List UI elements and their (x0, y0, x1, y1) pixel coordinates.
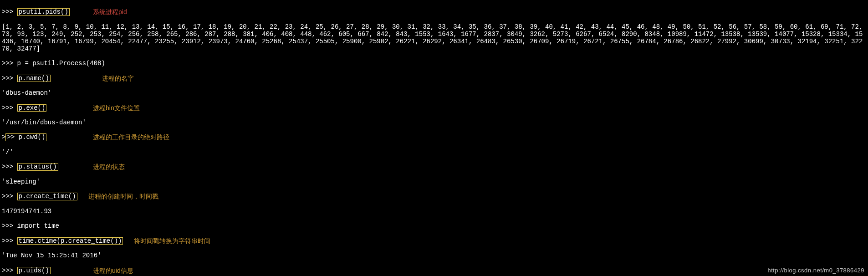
cmd-psutil-pids: psutil.pids() (17, 8, 70, 16)
prompt: >>> (2, 193, 17, 200)
prompt: > (2, 133, 5, 141)
annotation-createtime: 进程的创建时间，时间戳 (88, 193, 158, 200)
line-name-cmd: >>> p.name()进程的名字 (2, 75, 866, 82)
prompt: >>> (2, 75, 17, 82)
watermark-url: http://blog.csdn.net/m0_37886429 (767, 267, 864, 274)
output-pids-list: [1, 2, 3, 5, 7, 8, 9, 10, 11, 12, 13, 14… (2, 23, 866, 52)
line-process-assign: >>> p = psutil.Process(408) (2, 60, 866, 67)
line-uids-cmd: >>> p.uids()进程的uid信息 (2, 267, 866, 275)
line-exe-cmd: >>> p.exe()进程bin文件位置 (2, 104, 866, 112)
output-createtime: 1479194741.93 (2, 208, 866, 215)
annotation-exe: 进程bin文件位置 (93, 104, 140, 112)
line-createtime-cmd: >>> p.create_time()进程的创建时间，时间戳 (2, 193, 866, 200)
line-pids-cmd: >>> psutil.pids()系统进程pid (2, 8, 866, 16)
output-status: 'sleeping' (2, 178, 866, 185)
prompt: >>> (2, 267, 17, 274)
annotation-name: 进程的名字 (102, 75, 134, 82)
terminal-output: >>> psutil.pids()系统进程pid [1, 2, 3, 5, 7,… (0, 0, 868, 276)
annotation-status: 进程的状态 (93, 163, 125, 170)
output-ctime: 'Tue Nov 15 15:25:41 2016' (2, 252, 866, 259)
line-status-cmd: >>> p.status()进程的状态 (2, 163, 866, 171)
output-exe: '/usr/bin/dbus-daemon' (2, 119, 866, 126)
line-import-time: >>> import time (2, 222, 866, 230)
annotation-cwd: 进程的工作目录的绝对路径 (93, 133, 169, 141)
cmd-p-name: p.name() (17, 75, 51, 82)
annotation-uids: 进程的uid信息 (93, 267, 133, 274)
cmd-time-ctime: time.ctime(p.create_time()) (17, 237, 123, 245)
cmd-p-createtime: p.create_time() (17, 193, 77, 200)
cmd-p-exe: p.exe() (17, 104, 47, 112)
cmd-p-uids: p.uids() (17, 267, 51, 275)
prompt: >>> (2, 104, 17, 112)
cmd-p-cwd: >> p.cwd() (5, 133, 46, 141)
line-ctime-cmd: >>> time.ctime(p.create_time())将时间戳转换为字符… (2, 237, 866, 245)
annotation-ctimeconv: 将时间戳转换为字符串时间 (134, 237, 210, 245)
output-cwd: '/' (2, 148, 866, 156)
prompt: >>> (2, 237, 17, 245)
output-name: 'dbus-daemon' (2, 89, 866, 97)
cmd-p-status: p.status() (17, 163, 58, 171)
line-cwd-cmd: >>> p.cwd()进程的工作目录的绝对路径 (2, 133, 866, 141)
annotation-pids: 系统进程pid (93, 8, 127, 15)
prompt: >>> (2, 163, 17, 170)
prompt: >>> (2, 8, 17, 15)
